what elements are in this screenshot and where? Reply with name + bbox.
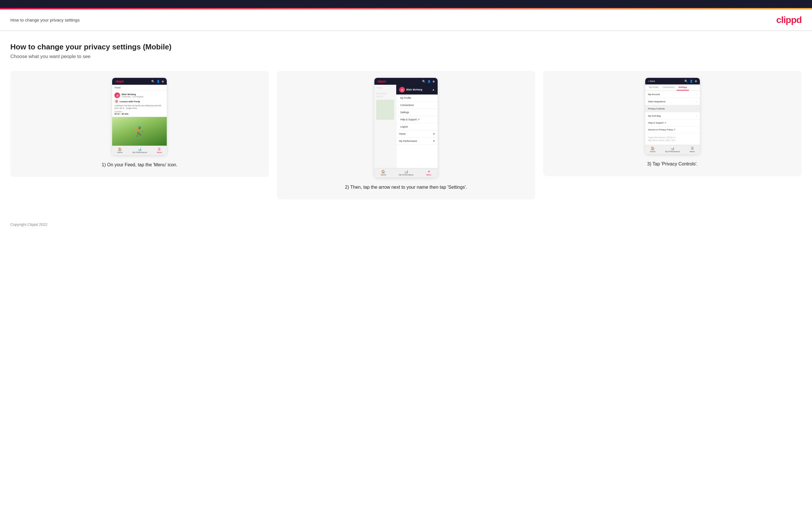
- home-icon-3: 🏠: [651, 147, 655, 150]
- phone-3: < Back 🔍 👤 ⊕ My Profile Connections Sett…: [645, 78, 700, 154]
- phone-2-body: Feed B Blair McHarg: [374, 85, 438, 168]
- phone-2-username: Blair McHarg: [406, 88, 422, 91]
- steps-row: clippd 🔍 👤 ⊕ Feed B Blair McHarg: [10, 71, 802, 200]
- phone-3-back-bar: < Back 🔍 👤 ⊕: [645, 78, 700, 84]
- settings-privacycontrols[interactable]: Privacy Controls ›: [645, 105, 700, 112]
- phone-2-home-label: Home: [399, 132, 406, 135]
- phone-2-avatar: B: [399, 87, 405, 93]
- performance-icon-3: 📊: [670, 147, 674, 150]
- menu-icon-3: ☰: [691, 147, 694, 150]
- phone-1-lesson-icon-row: 🎯 Lesson with Fordy: [114, 99, 164, 103]
- settings-mygolfbag[interactable]: My Golf Bag ›: [645, 112, 700, 119]
- back-button[interactable]: < Back: [648, 80, 655, 82]
- tab-myprofile[interactable]: My Profile: [647, 84, 660, 91]
- phone-2-menu-myprofile[interactable]: My Profile: [396, 95, 438, 102]
- performance-label-2: My Performance: [399, 174, 413, 176]
- copyright: Copyright Clippd 2022: [10, 222, 47, 227]
- close-label: Menu: [426, 174, 431, 176]
- chevron-down-icon-home: ▾: [433, 132, 435, 135]
- phone-1-duration-label: Duration: [114, 111, 164, 113]
- menu-label: Menu: [157, 151, 162, 153]
- phone-3-version-info: Clippd Client Version: 2022.8.3-3 SQL Se…: [645, 133, 700, 145]
- phone-2-nav: clippd 🔍 👤 ⊕: [374, 78, 438, 85]
- step-1-caption: 1) On your Feed, tap the 'Menu' icon.: [102, 161, 177, 168]
- search-icon-3[interactable]: 🔍: [684, 79, 688, 83]
- header: How to change your privacy settings clip…: [0, 9, 812, 31]
- phone-1-feed-label: Feed: [112, 85, 167, 91]
- phone-1-lesson-title: Lesson with Fordy: [119, 100, 140, 103]
- phone-1-golf-image: 🏌️: [112, 117, 167, 146]
- settings-helpsupport[interactable]: Help & Support ↗: [645, 119, 700, 126]
- profile-icon[interactable]: 👤: [156, 80, 160, 83]
- phone-2: clippd 🔍 👤 ⊕ Feed: [374, 78, 438, 177]
- phone-2-home-tab[interactable]: 🏠 Home: [381, 170, 386, 176]
- step-3-caption: 3) Tap 'Privacy Controls'.: [647, 161, 698, 167]
- helpsupport-label: Help & Support ↗: [648, 121, 666, 124]
- header-title: How to change your privacy settings: [10, 17, 80, 22]
- mygolfbag-label: My Golf Bag: [648, 115, 661, 117]
- chevron-right-golfbag: ›: [696, 114, 697, 117]
- settings-myaccount[interactable]: My Account ›: [645, 91, 700, 98]
- settings-dataintegrations[interactable]: Data Integrations ›: [645, 98, 700, 105]
- phone-1-nav: clippd 🔍 👤 ⊕: [112, 78, 167, 85]
- phone-1-username: Blair McHarg: [121, 93, 144, 96]
- phone-3-menu-tab[interactable]: ☰ Menu: [690, 147, 695, 153]
- home-label-2: Home: [381, 174, 386, 176]
- profile-icon-3[interactable]: 👤: [690, 79, 693, 83]
- phone-3-home-tab[interactable]: 🏠 Home: [650, 147, 656, 153]
- search-icon[interactable]: 🔍: [151, 80, 155, 83]
- phone-1-post-user: B Blair McHarg Yesterday · Sunningdale: [114, 93, 164, 98]
- home-icon: 🏠: [118, 147, 122, 151]
- phone-1-post: B Blair McHarg Yesterday · Sunningdale 🎯…: [112, 91, 167, 117]
- serviceprivacy-label: Service & Privacy Policy ↗: [648, 128, 675, 131]
- phone-3-tabs: My Profile Connections Settings: [645, 84, 700, 91]
- tab-settings[interactable]: Settings: [676, 84, 689, 91]
- phone-2-performance-tab[interactable]: 📊 My Performance: [399, 170, 413, 176]
- tab-connections[interactable]: Connections: [660, 84, 676, 91]
- version-client: Clippd Client Version: 2022.8.3-3: [648, 136, 697, 139]
- home-icon-2: 🏠: [381, 170, 385, 173]
- phone-2-nav-performance[interactable]: My Performance ▾: [396, 137, 438, 145]
- step-2-card: clippd 🔍 👤 ⊕ Feed: [277, 71, 536, 200]
- phone-1-bottom-bar: 🏠 Home 📊 My Performance ☰ Menu: [112, 146, 167, 155]
- step-2-caption: 2) Then, tap the arrow next to your name…: [345, 184, 467, 191]
- myaccount-label: My Account: [648, 93, 660, 96]
- chevron-up-icon[interactable]: ▲: [432, 88, 435, 91]
- settings-icon-3[interactable]: ⊕: [695, 79, 697, 83]
- phone-1-menu-tab[interactable]: ☰ Menu: [157, 147, 162, 153]
- dataintegrations-label: Data Integrations: [648, 100, 666, 103]
- profile-icon-2[interactable]: 👤: [427, 80, 431, 83]
- phone-3-bottom-bar: 🏠 Home 📊 My Performance ☰ Menu: [645, 145, 700, 154]
- phone-1-nav-icons: 🔍 👤 ⊕: [151, 80, 164, 83]
- settings-serviceprivacy[interactable]: Service & Privacy Policy ↗: [645, 126, 700, 133]
- phone-2-menu: B Blair McHarg ▲ My Profile Connections …: [396, 85, 438, 168]
- home-label: Home: [117, 151, 122, 153]
- logo: clippd: [776, 15, 802, 25]
- main-content: How to change your privacy settings (Mob…: [0, 31, 812, 217]
- phone-2-menu-logout[interactable]: Logout: [396, 123, 438, 130]
- phone-2-menu-helpsupport[interactable]: Help & Support ↗: [396, 116, 438, 123]
- settings-icon[interactable]: ⊕: [162, 80, 164, 83]
- phone-1-home-tab[interactable]: 🏠 Home: [117, 147, 122, 153]
- phone-2-menu-settings[interactable]: Settings: [396, 109, 438, 116]
- menu-icon: ☰: [158, 147, 161, 151]
- phone-2-user-left: B Blair McHarg: [399, 87, 422, 93]
- home-label-3: Home: [650, 151, 656, 153]
- golfer-icon: 🏌️: [134, 126, 145, 137]
- search-icon-2[interactable]: 🔍: [422, 80, 425, 83]
- chevron-down-icon-perf: ▾: [433, 139, 435, 143]
- close-icon: ✕: [427, 170, 430, 173]
- settings-icon-2[interactable]: ⊕: [433, 80, 435, 83]
- step-1-card: clippd 🔍 👤 ⊕ Feed B Blair McHarg: [10, 71, 269, 177]
- phone-3-performance-tab[interactable]: 📊 My Performance: [665, 147, 680, 153]
- phone-1-performance-tab[interactable]: 📊 My Performance: [132, 147, 147, 153]
- phone-2-bottom-bar: 🏠 Home 📊 My Performance ✕ Menu: [374, 168, 438, 177]
- phone-1: clippd 🔍 👤 ⊕ Feed B Blair McHarg: [112, 78, 167, 155]
- phone-2-menu-connections[interactable]: Connections: [396, 102, 438, 109]
- step-3-card: < Back 🔍 👤 ⊕ My Profile Connections Sett…: [543, 71, 802, 176]
- phone-2-nav-home[interactable]: Home ▾: [396, 130, 438, 137]
- phone-2-close-tab[interactable]: ✕ Menu: [426, 170, 431, 176]
- page-heading: How to change your privacy settings (Mob…: [10, 43, 802, 51]
- menu-label-3: Menu: [690, 151, 695, 153]
- top-bar: [0, 0, 812, 8]
